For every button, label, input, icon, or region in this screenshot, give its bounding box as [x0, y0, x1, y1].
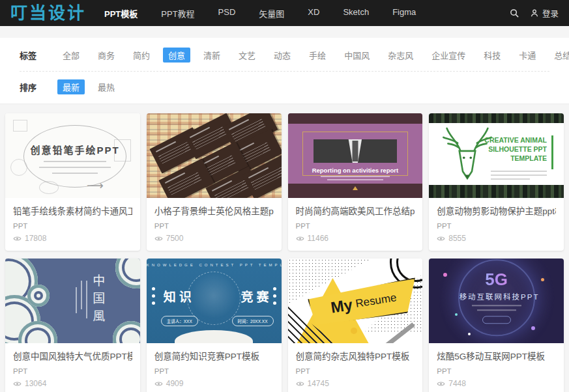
- filter-panel: 标签 全部 商务 简约 创意 清新 文艺 动态 手绘 中国风 杂志风 企业宣传 …: [0, 38, 569, 104]
- template-card[interactable]: Reporting on activities report 时尚简约高端欧美风…: [288, 113, 423, 251]
- card-category: PPT: [13, 367, 132, 375]
- card-category: PPT: [296, 367, 415, 375]
- header-actions: 登录: [510, 7, 559, 20]
- template-card[interactable]: My Resume 创意简约杂志风独特PPT模板 PPT 14745: [288, 259, 423, 392]
- template-card[interactable]: 5G 移动互联网科技PPT 炫酷5G移动互联网PPT模板 PPT 7448: [429, 259, 564, 392]
- thumbnail-plaid-cards: [147, 113, 282, 198]
- eye-icon: [296, 381, 304, 387]
- slide-title-word1: My: [329, 296, 353, 317]
- tag-handdrawn[interactable]: 手绘: [304, 48, 331, 63]
- arrow-doodle: ⟶: [87, 178, 104, 193]
- thumbnail-knowledge-contest: KNOWLEDGE CONTEST PPT TEMPLATE 知识 竞赛 主讲人…: [147, 259, 282, 343]
- card-category: PPT: [154, 367, 274, 375]
- view-count: 4909: [166, 379, 184, 388]
- sort-row: 排序 最新 最热: [20, 72, 549, 104]
- slide-title-5g: 5G: [460, 270, 534, 290]
- view-count: 14745: [308, 379, 329, 388]
- template-grid: 创意铅笔手绘PPT ⟶ 铅笔手绘线条素材简约卡通风工作汇... PPT 1780…: [0, 104, 569, 392]
- card-title: 创意简约知识竞赛PPT模板: [154, 349, 274, 362]
- card-category: PPT: [437, 367, 556, 375]
- card-title: 时尚简约高端欧美风工作总结ppt模板: [296, 204, 415, 217]
- view-count: 7448: [448, 379, 466, 388]
- template-card[interactable]: KNOWLEDGE CONTEST PPT TEMPLATE 知识 竞赛 主讲人…: [147, 259, 282, 392]
- main-nav: PPT模板 PPT教程 PSD 矢量图 XD Sketch Figma: [104, 7, 416, 20]
- tag-artistic[interactable]: 文艺: [233, 48, 261, 63]
- slide-title: 中国風: [89, 274, 106, 327]
- eye-icon: [437, 236, 445, 242]
- nav-ppt-templates[interactable]: PPT模板: [104, 7, 138, 20]
- sort-chips: 最新 最热: [57, 79, 128, 94]
- eye-icon: [154, 236, 163, 242]
- nav-ppt-tutorials[interactable]: PPT教程: [161, 7, 194, 20]
- view-count: 7500: [166, 234, 184, 243]
- card-category: PPT: [154, 222, 274, 230]
- sort-newest[interactable]: 最新: [57, 79, 85, 94]
- tag-magazine[interactable]: 杂志风: [383, 48, 418, 63]
- tags-label: 标签: [20, 49, 57, 61]
- eye-icon: [13, 236, 22, 242]
- view-count: 11466: [308, 234, 328, 243]
- template-card[interactable]: 中国風 创意中国风独特大气优质PPT模板 PPT 13064: [5, 259, 140, 392]
- card-category: PPT: [13, 222, 132, 230]
- card-title: 炫酷5G移动互联网PPT模板: [437, 349, 556, 362]
- sort-hottest[interactable]: 最热: [93, 79, 120, 94]
- speaker-box: 主讲人：XXX: [161, 316, 198, 326]
- card-title: 创意动物剪影动物保护主题ppt模板: [437, 204, 556, 217]
- card-title: 创意简约杂志风独特PPT模板: [296, 349, 415, 362]
- user-icon: [530, 8, 540, 18]
- template-card[interactable]: 创意铅笔手绘PPT ⟶ 铅笔手绘线条素材简约卡通风工作汇... PPT 1780…: [5, 113, 140, 251]
- tag-corporate[interactable]: 企业宣传: [426, 48, 471, 63]
- nav-xd[interactable]: XD: [308, 7, 319, 20]
- site-logo[interactable]: 叮当设计: [10, 0, 86, 26]
- thumbnail-pencil-sketch: 创意铅笔手绘PPT ⟶: [5, 113, 140, 198]
- card-category: PPT: [296, 222, 415, 230]
- tag-chips: 全部 商务 简约 创意 清新 文艺 动态 手绘 中国风 杂志风 企业宣传 科技 …: [57, 48, 569, 63]
- card-title: 铅笔手绘线条素材简约卡通风工作汇...: [13, 204, 132, 217]
- slide-title: 创意铅笔手绘PPT: [24, 143, 126, 156]
- nav-psd[interactable]: PSD: [218, 7, 236, 20]
- search-icon[interactable]: [510, 8, 519, 18]
- slide-title-word2: Resume: [355, 291, 398, 311]
- time-box: 时间：20XX.XX: [232, 316, 274, 326]
- tag-simple[interactable]: 简约: [128, 48, 155, 63]
- tag-chinese-style[interactable]: 中国风: [339, 48, 375, 63]
- slide-title-left: 知识: [164, 287, 195, 305]
- sort-label: 排序: [20, 81, 57, 93]
- eye-icon: [296, 236, 304, 242]
- nav-sketch[interactable]: Sketch: [343, 7, 369, 20]
- view-count: 13064: [25, 379, 46, 388]
- top-navbar: 叮当设计 PPT模板 PPT教程 PSD 矢量图 XD Sketch Figma…: [0, 0, 569, 26]
- thumbnail-activities-report: Reporting on activities report: [288, 113, 423, 198]
- tag-cartoon[interactable]: 卡通: [514, 48, 541, 63]
- tag-creative[interactable]: 创意: [163, 48, 190, 63]
- view-count: 17808: [25, 234, 46, 243]
- tag-tech[interactable]: 科技: [478, 48, 506, 63]
- eye-icon: [13, 381, 22, 387]
- eye-icon: [154, 381, 163, 387]
- slide-title: 移动互联网科技PPT: [460, 291, 534, 301]
- view-count: 8555: [448, 234, 466, 243]
- nav-vector[interactable]: 矢量图: [259, 7, 284, 20]
- template-card[interactable]: CREATIVE ANIMAL SILHOUETTE PPT TEMPLATE …: [429, 113, 564, 251]
- card-title: 创意中国风独特大气优质PPT模板: [13, 349, 132, 362]
- thumbnail-animal-silhouette: CREATIVE ANIMAL SILHOUETTE PPT TEMPLATE: [429, 113, 564, 198]
- slide-title: Reporting on activities report: [288, 167, 423, 174]
- thumbnail-5g-tech: 5G 移动互联网科技PPT: [429, 259, 564, 343]
- nav-figma[interactable]: Figma: [392, 7, 416, 20]
- tag-dynamic[interactable]: 动态: [269, 48, 296, 63]
- eye-icon: [437, 381, 445, 387]
- slide-title: CREATIVE ANIMAL SILHOUETTE PPT TEMPLATE: [482, 135, 547, 163]
- tag-all[interactable]: 全部: [57, 48, 85, 63]
- login-label: 登录: [542, 7, 559, 20]
- slide-subtitle: KNOWLEDGE CONTEST PPT TEMPLATE: [147, 263, 282, 267]
- card-title: 小格子背景绅士英伦风格主题ppt模板: [154, 204, 274, 217]
- login-button[interactable]: 登录: [530, 7, 559, 20]
- thumbnail-my-resume: My Resume: [288, 259, 423, 343]
- thumbnail-chinese-style: 中国風: [5, 259, 140, 343]
- tag-business[interactable]: 商务: [93, 48, 120, 63]
- template-card[interactable]: 小格子背景绅士英伦风格主题ppt模板 PPT 7500: [147, 113, 282, 251]
- tags-row: 标签 全部 商务 简约 创意 清新 文艺 动态 手绘 中国风 杂志风 企业宣传 …: [20, 38, 549, 72]
- tag-fresh[interactable]: 清新: [198, 48, 226, 63]
- tag-summary-report[interactable]: 总结汇报: [549, 48, 569, 63]
- card-category: PPT: [437, 222, 556, 230]
